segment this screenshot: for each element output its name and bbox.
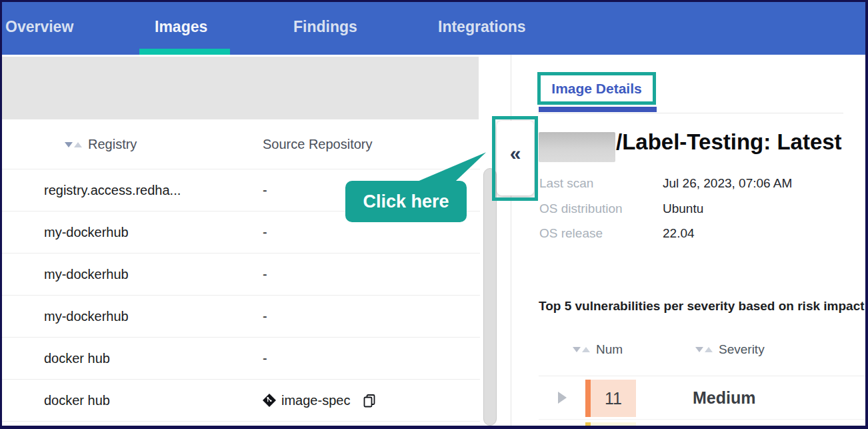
field-label: OS distribution [539, 201, 623, 216]
image-title: /Label-Testing: Latest [616, 129, 842, 155]
registry-cell: registry.access.redha... [44, 169, 181, 211]
field-value: 22.04 [663, 226, 695, 241]
source-repo-cell: - [263, 338, 267, 379]
column-header-registry[interactable]: Registry [65, 137, 137, 152]
registry-table-header: Registry Source Repository [2, 119, 480, 169]
tab-overview[interactable]: Overview [5, 18, 73, 36]
source-repo-cell: - [263, 169, 267, 211]
collapse-panel-button[interactable]: « [497, 121, 534, 195]
callout-label: Click here [363, 191, 449, 212]
divider [538, 113, 843, 113]
sort-icon[interactable] [65, 142, 82, 147]
double-chevron-left-icon: « [510, 143, 521, 163]
column-header-label: Source Repository [263, 137, 373, 152]
image-details-panel: Image Details /Label-Testing: Latest Las… [511, 55, 865, 426]
severity-label: Medium [693, 388, 755, 408]
field-label: Last scan [539, 176, 593, 191]
expand-row-icon[interactable] [558, 392, 567, 404]
source-repo-cell: - [263, 296, 267, 337]
vertical-scrollbar[interactable] [483, 168, 497, 426]
toolbar-band [2, 57, 479, 119]
column-header-source-repository[interactable]: Source Repository [263, 137, 373, 152]
redacted-image-owner [539, 132, 615, 162]
tab-integrations[interactable]: Integrations [438, 18, 526, 36]
field-label: OS release [539, 226, 603, 241]
highlight-box-image-details: Image Details [537, 72, 656, 105]
table-row[interactable]: docker hub image-spec [2, 380, 480, 422]
table-row[interactable]: my-dockerhub - [2, 254, 480, 296]
nav-bar: Overview Images Findings Integrations [0, 0, 868, 55]
vuln-count-badge-partial [585, 422, 636, 429]
app-window: Overview Images Findings Integrations Re… [0, 0, 868, 429]
vuln-count-badge: 11 [585, 380, 636, 417]
source-repo-name: image-spec [281, 380, 350, 421]
divider [539, 376, 865, 376]
divider [539, 419, 865, 420]
tab-image-details[interactable]: Image Details [551, 81, 641, 97]
field-value: Jul 26, 2023, 07:06 AM [663, 176, 792, 191]
vulnerabilities-heading: Top 5 vulnerabilities per severity based… [539, 299, 865, 314]
source-repo-cell: - [263, 211, 267, 253]
sort-icon[interactable] [695, 347, 713, 352]
tab-images[interactable]: Images [155, 18, 207, 36]
table-row[interactable]: my-dockerhub - [2, 296, 480, 338]
image-details-tab-underline [539, 107, 657, 112]
click-here-callout: Click here [345, 181, 467, 222]
registry-cell: my-dockerhub [44, 254, 129, 295]
vuln-count: 11 [605, 389, 622, 408]
registry-cell: docker hub [44, 380, 110, 421]
source-repo-cell: image-spec [263, 380, 377, 421]
column-header-severity[interactable]: Severity [695, 342, 765, 357]
source-repo-cell: - [263, 254, 267, 295]
column-header-label: Registry [88, 137, 137, 152]
active-tab-underline [139, 49, 230, 55]
tab-findings[interactable]: Findings [293, 18, 357, 36]
column-header-label: Num [596, 342, 623, 357]
field-value: Ubuntu [663, 201, 703, 216]
registry-table: Registry Source Repository registry.acce… [2, 119, 480, 426]
sort-icon[interactable] [573, 347, 590, 352]
column-header-label: Severity [719, 342, 765, 357]
copy-icon[interactable] [362, 393, 377, 408]
table-row[interactable]: docker hub - [2, 338, 480, 380]
column-header-num[interactable]: Num [573, 342, 623, 357]
git-icon [263, 394, 276, 407]
registry-cell: my-dockerhub [44, 296, 129, 337]
registry-cell: docker hub [44, 338, 110, 379]
registry-cell: my-dockerhub [44, 211, 129, 253]
